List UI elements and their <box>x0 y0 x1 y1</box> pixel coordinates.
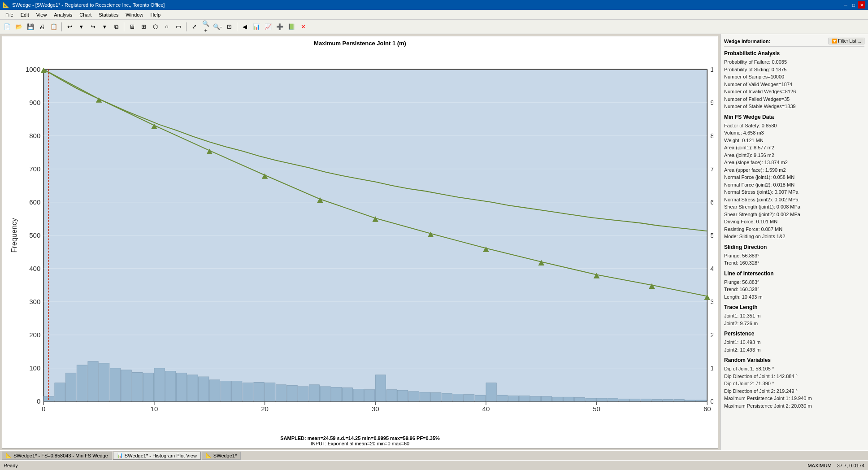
menu-chart[interactable]: Chart <box>76 11 95 18</box>
redo-button[interactable]: ↪ <box>87 22 98 32</box>
svg-text:200: 200 <box>710 331 713 339</box>
zoom-fit-button[interactable]: ⊡ <box>224 22 234 32</box>
svg-rect-55 <box>88 361 98 401</box>
svg-rect-77 <box>331 387 342 401</box>
svg-text:500: 500 <box>710 231 713 239</box>
taskbar-icon-minfs: 📐 <box>6 453 12 458</box>
chart-add-button[interactable]: ➕ <box>274 22 285 32</box>
svg-text:30: 30 <box>372 405 379 413</box>
print-button[interactable]: 🖨 <box>37 22 48 32</box>
line-chart-button[interactable]: 📈 <box>263 22 273 32</box>
svg-text:0: 0 <box>710 397 713 405</box>
svg-rect-88 <box>453 394 463 401</box>
chart-area: Maximum Persistence Joint 1 (m) <box>2 36 718 448</box>
fs-row-16: Mode: Sliding on Joints 1&2 <box>724 233 864 240</box>
menu-edit[interactable]: Edit <box>17 11 33 18</box>
svg-text:600: 600 <box>710 198 713 206</box>
menu-help[interactable]: Help <box>147 11 164 18</box>
taskbar-item-histogram[interactable]: 📊 SWedge1* - Histogram Plot View <box>113 452 201 460</box>
svg-rect-81 <box>375 375 386 401</box>
status-right: MAXIMUM 37.7, 0.0174 <box>807 463 864 468</box>
svg-rect-73 <box>287 385 297 401</box>
fs-row-8: Normal Force (joint1): 0.058 MN <box>724 174 864 181</box>
zoom-out-button[interactable]: 🔍- <box>212 22 223 32</box>
menu-statistics[interactable]: Statistics <box>95 11 122 18</box>
svg-rect-59 <box>132 372 143 401</box>
bar-chart-button[interactable]: 📊 <box>251 22 262 32</box>
undo-arrow[interactable]: ▾ <box>76 22 87 32</box>
svg-rect-96 <box>541 396 551 401</box>
fs-row-11: Normal Stress (joint2): 0.002 MPa <box>724 196 864 204</box>
right-panel-header: Wedge Information: 🔽 Filter List ... <box>724 36 864 47</box>
status-max-label: MAXIMUM <box>807 463 831 468</box>
copy-button[interactable]: ⧉ <box>111 22 122 32</box>
prob-analysis-title: Probabilistic Analysis <box>724 50 864 57</box>
fs-row-14: Driving Force: 0.101 MN <box>724 218 864 226</box>
svg-rect-107 <box>663 400 673 401</box>
zoom-in-button[interactable]: 🔍+ <box>200 22 211 32</box>
open-button[interactable]: 📂 <box>13 22 24 32</box>
taskbar-item-swedge[interactable]: 📐 SWedge1* <box>202 452 241 460</box>
zoom-window-button[interactable]: ⤢ <box>189 22 200 32</box>
move-left-button[interactable]: ◀ <box>239 22 250 32</box>
svg-rect-103 <box>619 399 629 401</box>
rv-row-4: Dip Direction of Joint 2: 219.249 ° <box>724 387 864 395</box>
svg-rect-106 <box>652 400 662 401</box>
li-row-1: Plunge: 56.883° <box>724 279 864 286</box>
save-button[interactable]: 💾 <box>25 22 36 32</box>
svg-rect-61 <box>154 368 165 401</box>
rv-row-1: Dip of Joint 1: 58.105 ° <box>724 365 864 373</box>
close-button[interactable]: ✕ <box>858 1 865 9</box>
new-button[interactable]: 📄 <box>2 22 13 32</box>
svg-rect-85 <box>420 392 430 401</box>
svg-rect-69 <box>243 383 253 401</box>
restore-button[interactable]: □ <box>850 1 857 9</box>
svg-rect-53 <box>66 373 76 401</box>
svg-text:50: 50 <box>593 405 600 413</box>
menu-bar: File Edit View Analysis Chart Statistics… <box>0 10 868 20</box>
svg-text:1000: 1000 <box>710 65 713 73</box>
menu-view[interactable]: View <box>33 11 51 18</box>
polygon-button[interactable]: ⬡ <box>150 22 161 32</box>
redo-arrow[interactable]: ▾ <box>99 22 110 32</box>
prob-row-4: Number of Valid Wedges=1874 <box>724 81 864 88</box>
monitor-button[interactable]: 🖥 <box>126 22 137 32</box>
toolbar-sep-3 <box>186 22 187 31</box>
close-chart-button[interactable]: ✕ <box>298 22 308 32</box>
svg-text:0: 0 <box>37 397 40 405</box>
svg-text:60: 60 <box>703 405 711 413</box>
svg-rect-71 <box>265 383 275 401</box>
prob-row-2: Probability of Sliding: 0.1875 <box>724 66 864 74</box>
sd-row-2: Trend: 160.328° <box>724 259 864 267</box>
svg-rect-98 <box>564 397 574 401</box>
svg-rect-64 <box>187 375 198 401</box>
fs-row-3: Weight: 0.121 MN <box>724 137 864 144</box>
undo-button[interactable]: ↩ <box>64 22 75 32</box>
fs-row-7: Area (upper face): 1.590 m2 <box>724 166 864 174</box>
prob-row-6: Number of Failed Wedges=35 <box>724 96 864 103</box>
fs-row-1: Factor of Safety: 0.8580 <box>724 122 864 130</box>
svg-text:20: 20 <box>261 405 269 413</box>
taskbar-item-minfs[interactable]: 📐 SWedge1* - FS=0.858043 - Min FS Wedge <box>2 452 112 460</box>
rand-vars-title: Random Variables <box>724 357 864 363</box>
svg-rect-97 <box>552 397 563 401</box>
taskbar-label-swedge: SWedge1* <box>213 453 237 458</box>
menu-analysis[interactable]: Analysis <box>50 11 76 18</box>
excel-button[interactable]: 📗 <box>286 22 297 32</box>
circle-button[interactable]: ○ <box>161 22 172 32</box>
svg-rect-72 <box>276 385 286 401</box>
svg-rect-54 <box>77 365 87 401</box>
chart-wrapper: 0 100 200 300 400 500 600 700 800 900 10… <box>2 48 718 433</box>
right-panel: Wedge Information: 🔽 Filter List ... Pro… <box>720 34 868 450</box>
svg-rect-108 <box>674 400 684 401</box>
status-max-value: 37.7, 0.0174 <box>837 463 864 468</box>
export-button[interactable]: 📋 <box>48 22 59 32</box>
stats-input: INPUT: Exponential mean=20 min=0 max=60 <box>280 441 440 446</box>
minimize-button[interactable]: ─ <box>842 1 849 9</box>
filter-list-button[interactable]: 🔽 Filter List ... <box>829 38 864 44</box>
fit-button[interactable]: ⊞ <box>138 22 149 32</box>
taskbar-label-histogram: SWedge1* - Histogram Plot View <box>125 453 197 458</box>
menu-window[interactable]: Window <box>122 11 147 18</box>
menu-file[interactable]: File <box>2 11 17 18</box>
rect-button[interactable]: ▭ <box>173 22 184 32</box>
